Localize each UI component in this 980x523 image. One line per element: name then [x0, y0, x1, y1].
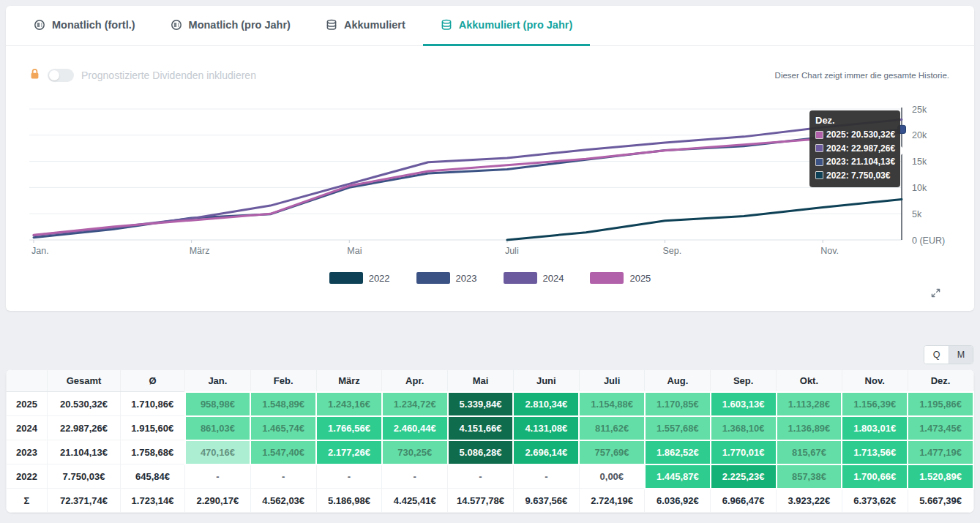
granularity-toggle: QM	[924, 345, 973, 364]
month-value-cell: -	[185, 464, 251, 489]
tab-akkumuliert-pro-jahr[interactable]: Akkumuliert (pro Jahr)	[423, 6, 591, 46]
month-value-cell: 1.520,89€	[908, 464, 973, 489]
month-value-cell: 1.547,40€	[250, 440, 316, 464]
tab-bar: Monatlich (fortl.)Monatlich (pro Jahr)Ak…	[6, 6, 974, 46]
history-note: Dieser Chart zeigt immer die gesamte His…	[775, 71, 949, 80]
legend-item-2024[interactable]: 2024	[504, 272, 564, 284]
tab-label: Monatlich (fortl.)	[52, 19, 135, 31]
chart-card: Monatlich (fortl.)Monatlich (pro Jahr)Ak…	[6, 6, 974, 311]
column-header	[7, 370, 48, 392]
sum-value-cell: 6.373,62€	[842, 489, 908, 513]
month-value-cell: 2.177,26€	[316, 440, 382, 464]
tooltip-value: 2023: 21.104,13€	[826, 155, 895, 169]
month-value-cell: 5.339,84€	[448, 392, 514, 416]
month-value-cell: 1.477,19€	[908, 440, 973, 464]
svg-text:März: März	[190, 246, 210, 256]
month-value-cell: 2.225,23€	[711, 464, 777, 489]
view-m-button[interactable]: M	[949, 346, 973, 364]
tooltip-value: 2024: 22.987,26€	[826, 142, 895, 156]
column-header: Juni	[513, 370, 579, 392]
gesamt-cell: 22.987,26€	[48, 416, 121, 440]
tooltip-value: 2022: 7.750,03€	[826, 169, 890, 183]
sum-value-cell: 72.371,74€	[48, 489, 121, 513]
legend-label: 2025	[629, 273, 651, 284]
month-value-cell: 470,16€	[185, 440, 251, 464]
month-value-cell: 1.803,01€	[842, 416, 908, 440]
column-header: Jan.	[185, 370, 251, 392]
legend-item-2025[interactable]: 2025	[590, 272, 651, 284]
tooltip-rows: 2025: 20.530,32€2024: 22.987,26€2023: 21…	[815, 128, 894, 182]
month-value-cell: 857,38€	[777, 464, 842, 489]
svg-text:Sep.: Sep.	[663, 246, 682, 256]
month-value-cell: 1.234,72€	[382, 392, 448, 416]
gesamt-cell: 7.750,03€	[48, 464, 121, 489]
tab-label: Monatlich (pro Jahr)	[189, 19, 291, 31]
month-value-cell: 1.700,66€	[842, 464, 908, 489]
sum-value-cell: 9.637,56€	[513, 489, 579, 513]
chart-tooltip: Dez. 2025: 20.530,32€2024: 22.987,26€202…	[809, 110, 900, 187]
column-header: Aug.	[645, 370, 711, 392]
svg-text:20k: 20k	[912, 130, 927, 140]
column-header: Mai	[448, 370, 514, 392]
month-value-cell: 1.557,68€	[645, 416, 711, 440]
chart[interactable]: Jan.MärzMaiJuliSep.Nov.0 (EUR)5k10k15k20…	[6, 103, 974, 260]
expand-icon[interactable]	[930, 287, 941, 301]
month-value-cell: 1.113,28€	[777, 392, 842, 416]
month-value-cell: -	[250, 464, 316, 489]
month-value-cell: 2.696,14€	[513, 440, 579, 464]
month-value-cell: 1.766,56€	[316, 416, 382, 440]
table-toolbar: QM	[6, 345, 973, 364]
month-value-cell: 757,69€	[579, 440, 645, 464]
series-swatch	[815, 144, 823, 152]
column-header: Gesamt	[48, 370, 121, 392]
chart-legend: 2022202320242025	[6, 272, 974, 284]
svg-text:15k: 15k	[912, 157, 927, 167]
month-value-cell: 1.445,87€	[645, 464, 711, 489]
month-value-cell: 1.713,56€	[842, 440, 908, 464]
column-header: Ø	[121, 370, 185, 392]
table-row-2022: 20227.750,03€645,84€------0,00€1.445,87€…	[7, 464, 974, 489]
sum-value-cell: 4.425,41€	[382, 489, 448, 513]
svg-text:10k: 10k	[912, 183, 927, 193]
view-q-button[interactable]: Q	[924, 346, 949, 364]
tooltip-value: 2025: 20.530,32€	[826, 128, 895, 142]
tooltip-row: 2024: 22.987,26€	[815, 142, 894, 156]
month-value-cell: 1.548,89€	[250, 392, 316, 416]
gesamt-cell: 20.530,32€	[48, 392, 121, 416]
legend-item-2022[interactable]: 2022	[329, 272, 390, 284]
month-value-cell: 958,98€	[185, 392, 251, 416]
legend-item-2023[interactable]: 2023	[416, 272, 477, 284]
year-cell: 2024	[7, 416, 48, 440]
avg-cell: 1.915,60€	[121, 416, 185, 440]
series-swatch	[815, 158, 823, 166]
month-value-cell: 4.131,08€	[513, 416, 579, 440]
month-value-cell: 1.862,52€	[645, 440, 711, 464]
svg-text:Juli: Juli	[505, 246, 519, 256]
column-header: Nov.	[842, 370, 908, 392]
month-value-cell: 4.151,66€	[448, 416, 514, 440]
table-row-2024: 202422.987,26€1.915,60€861,03€1.465,74€1…	[7, 416, 974, 440]
table-row-2023: 202321.104,13€1.758,68€470,16€1.547,40€2…	[7, 440, 974, 464]
month-value-cell: 861,03€	[185, 416, 251, 440]
lock-icon	[29, 68, 40, 83]
sum-value-cell: 2.290,17€	[185, 489, 251, 513]
tab-monatlich-pro-jahr[interactable]: Monatlich (pro Jahr)	[153, 6, 308, 46]
year-cell: 2022	[7, 464, 48, 489]
column-header: Juli	[579, 370, 645, 392]
forecast-toggle[interactable]	[48, 69, 74, 82]
month-value-cell: 1.603,13€	[711, 392, 777, 416]
coins-icon	[171, 19, 182, 31]
column-header: Okt.	[777, 370, 842, 392]
tab-akkumuliert[interactable]: Akkumuliert	[308, 6, 423, 46]
legend-swatch	[590, 272, 624, 284]
toggle-knob	[49, 70, 59, 80]
forecast-toggle-label: Prognostizierte Dividenden inkludieren	[81, 69, 256, 81]
svg-text:5k: 5k	[912, 209, 922, 219]
series-swatch	[815, 131, 823, 139]
tab-monatlich-fortl[interactable]: Monatlich (fortl.)	[16, 6, 153, 46]
month-value-cell: 0,00€	[579, 464, 645, 489]
database-icon	[326, 19, 337, 31]
tooltip-title: Dez.	[815, 115, 894, 126]
sum-value-cell: 5.667,39€	[908, 489, 973, 513]
month-value-cell: 1.195,86€	[908, 392, 973, 416]
